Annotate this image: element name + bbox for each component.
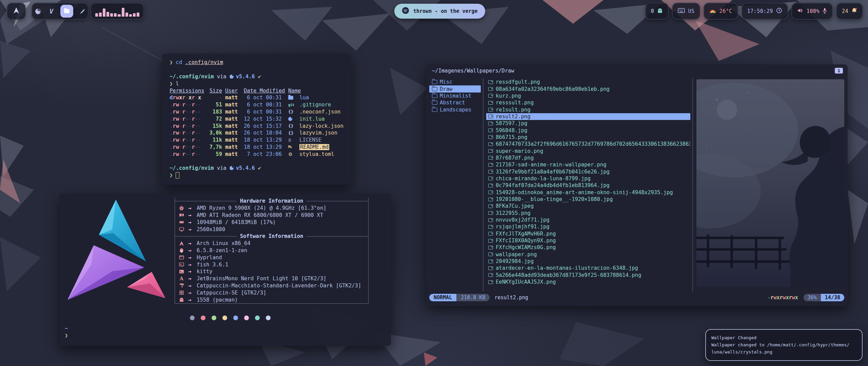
volume-level: 100% [807, 8, 820, 14]
image-icon [488, 156, 493, 160]
terminal-window[interactable]: ❯cd.config/nvim ~/.config/nvimviav5.4.6✔… [162, 54, 351, 185]
sidebar-folder-draw[interactable]: Draw [429, 85, 481, 92]
sidebar-folder-landscapes[interactable]: Landscapes [429, 106, 481, 113]
file-item[interactable]: nnvuv0xj2df71.jpg [486, 217, 690, 223]
visualizer-bar [122, 8, 124, 17]
git-icon: git [288, 103, 294, 107]
json-icon: {} [288, 123, 294, 128]
image-icon [488, 246, 493, 249]
arrow-icon: → [188, 283, 197, 289]
image-icon [488, 266, 493, 270]
file-item[interactable]: 87r687df.png [486, 155, 690, 161]
ghost-icon [657, 8, 663, 15]
launcher-button[interactable] [7, 3, 26, 20]
license-icon: ≣ [288, 137, 291, 143]
file-item[interactable]: resssult.png [486, 99, 690, 106]
sidebar-folder-misc[interactable]: Misc [429, 79, 481, 85]
fetch-info-row: →1558 (pacman) [175, 296, 368, 303]
palette-dot [233, 316, 238, 320]
file-item[interactable]: wallpaper.png [486, 251, 690, 258]
file-item[interactable]: 3126f7e9bbf21a8a4af0b67b041c6e26.jpg [486, 168, 690, 175]
keyboard-layout: US [688, 8, 694, 14]
gpu-icon [179, 212, 188, 218]
notification-count: 24 [842, 8, 848, 14]
volume-widget[interactable]: 100% [791, 3, 833, 20]
notification-toast[interactable]: Wallpaper Changed Wallpaper changed to /… [705, 329, 863, 361]
file-item[interactable]: 866715.png [486, 134, 690, 141]
font-icon: A [179, 276, 188, 281]
icons-icon [179, 290, 188, 295]
image-icon [488, 198, 493, 201]
notification-title: Wallpaper Changed [711, 334, 856, 341]
file-manager-window[interactable]: ~/Imagenes/Wallpapers/Draw 1 MiscDrawMin… [426, 64, 848, 306]
image-icon [488, 142, 493, 146]
visualizer-bar [95, 13, 98, 17]
file-manager-icon[interactable] [60, 5, 73, 18]
neovim-icon[interactable]: V [47, 5, 56, 18]
folder-icon [432, 108, 437, 112]
file-item[interactable]: EeNKYgIUcAAJ5JX.png [486, 279, 690, 285]
fetch-window[interactable]: Hardware Information →AMD Ryzen 9 5900X … [59, 194, 391, 346]
file-item[interactable]: 596848.jpg [486, 127, 690, 134]
file-item[interactable]: 587597.jpg [486, 120, 690, 127]
system-info: Hardware Information →AMD Ryzen 9 5900X … [175, 198, 369, 304]
clock-widget[interactable]: 17:50:29 [742, 3, 788, 20]
file-item[interactable]: 20492984.jpg [486, 258, 690, 265]
keyboard-layout-widget[interactable]: US [672, 3, 700, 20]
file-item[interactable]: 19201080-__blue-tinge__-1920×1080.jpg [486, 196, 690, 203]
folder-icon [432, 94, 437, 98]
file-item[interactable]: result2.png [486, 113, 690, 120]
file-item[interactable]: 08a634fa02a32364f69ebc86a98eb1eb.png [486, 85, 690, 92]
theme-icon [179, 283, 188, 288]
image-icon [488, 204, 493, 208]
file-item[interactable]: 0c794faf07de24a4db4d4fb1eb813964.jpg [486, 182, 690, 189]
updates-widget[interactable]: 0 [645, 3, 669, 20]
cpu-icon [179, 206, 188, 211]
packages-icon [179, 297, 188, 302]
file-item[interactable]: FXfcJlTXgAMvH6R.png [486, 230, 690, 237]
file-item[interactable]: 8FKa7Cu.jpeg [486, 203, 690, 209]
rainbow-icon [709, 8, 716, 14]
file-item[interactable]: 68747470733a2f2f696d616765732d7769786d70… [486, 141, 690, 147]
palette-dot [212, 316, 216, 320]
file-item[interactable]: 154928-odinokoe_anime-art-anime-okno-sin… [486, 189, 690, 196]
visualizer-bar [133, 13, 136, 17]
temperature: 26°C [719, 8, 732, 14]
command: cd [176, 59, 182, 65]
firefox-icon[interactable] [34, 5, 43, 18]
file-item[interactable]: rsjqojlmjhf91.jpg [486, 223, 690, 230]
file-item[interactable]: ressdfgult.png [486, 79, 690, 85]
spotify-icon [402, 7, 409, 16]
image-icon [488, 94, 493, 98]
file-item[interactable]: re1sult.png [486, 106, 690, 113]
software-section-title: Software Information [175, 233, 368, 240]
file-permissions: -rwxrwxrwx [767, 294, 798, 301]
file-item[interactable]: 3122955.png [486, 210, 690, 217]
listing-header: PermissionsSizeUserDate ModifiedName [170, 87, 343, 94]
terminal-file-row: .rw-r--r--183matt 6 oct 00:31{}.neoconf.… [170, 108, 343, 116]
arrow-icon: → [188, 255, 197, 261]
notifications-widget[interactable]: 24 [836, 3, 863, 20]
clock-icon [776, 7, 782, 15]
command-arg: .config/nvim [185, 59, 223, 65]
file-item[interactable]: chica-mirando-la-luna-8799.jpg [486, 175, 690, 182]
notification-body: Wallpaper changed to /home/matt/.config/… [711, 341, 856, 348]
file-item[interactable]: super-mario.png [486, 147, 690, 154]
audio-visualizer-widget[interactable] [91, 3, 144, 20]
media-player-pill[interactable]: thrown - on the verge [394, 4, 485, 19]
file-item[interactable]: kurz.png [486, 93, 690, 99]
fetch-info-row: →Catppuccin-SE [GTK2/3] [175, 289, 368, 296]
palette-dot [244, 316, 249, 320]
weather-widget[interactable]: 26°C [704, 3, 738, 20]
brush-icon[interactable] [78, 5, 86, 18]
arrow-icon: → [188, 297, 197, 303]
file-item[interactable]: 217167-sad-anime-rain-wallpaper.png [486, 161, 690, 168]
sidebar-folder-abstract[interactable]: Abstract [429, 99, 481, 106]
file-item[interactable]: atardecer-en-la-montanas-ilustracion-634… [486, 265, 690, 271]
file-item[interactable]: FXfcII0X0AQyn9X.png [486, 237, 690, 244]
file-item[interactable]: FXfcHgcWIAMzs0G.png [486, 244, 690, 251]
sidebar-folder-minimalist[interactable]: Minimalist [429, 93, 481, 99]
file-item[interactable]: 5a266e448add93deab367d87173e9f25-6837886… [486, 272, 690, 279]
terminal-file-row: .rw-r--r--11kmatt18 oct 13:29≣LICENSE [170, 137, 343, 144]
shell-icon [179, 262, 188, 267]
